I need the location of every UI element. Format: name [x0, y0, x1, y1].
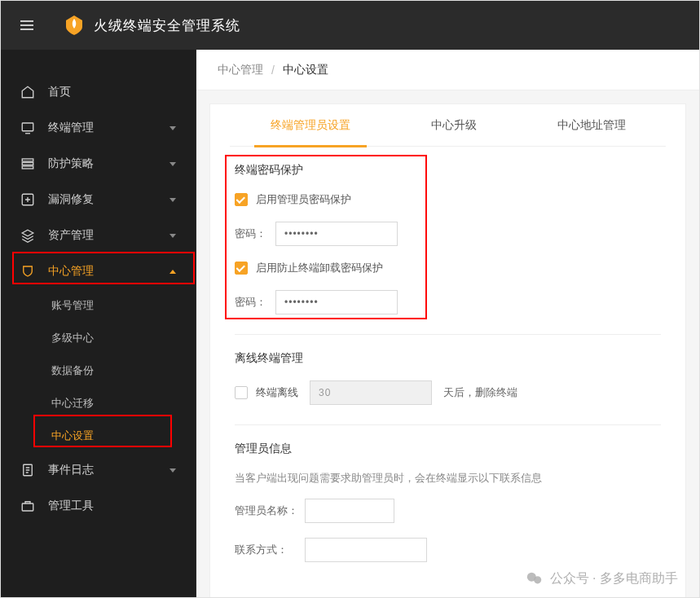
chevron-down-icon: [169, 468, 176, 473]
svg-rect-6: [22, 503, 33, 511]
tab-center-upgrade[interactable]: 中心升级: [415, 104, 493, 147]
section-title: 管理员信息: [235, 442, 661, 456]
chevron-down-icon: [169, 126, 176, 130]
offline-days-input[interactable]: [310, 380, 432, 405]
sidebar-subitem-label: 多级中心: [51, 331, 94, 345]
checkbox-label: 启用管理员密码保护: [256, 192, 351, 207]
home-icon: [20, 85, 35, 99]
svg-rect-0: [22, 123, 33, 131]
chevron-up-icon: [169, 270, 176, 274]
sidebar-item-center-mgmt[interactable]: 中心管理: [1, 253, 196, 289]
sidebar-subitem-label: 中心迁移: [51, 396, 94, 411]
trailing-label: 天后，删除终端: [443, 385, 517, 400]
section-offline-mgmt: 离线终端管理 终端离线 天后，删除终端: [230, 335, 666, 425]
admin-name-input[interactable]: [305, 499, 394, 523]
tabs: 终端管理员设置 中心升级 中心地址管理: [230, 104, 666, 147]
breadcrumb-separator: /: [271, 64, 275, 77]
sidebar-item-protection-policy[interactable]: 防护策略: [1, 146, 196, 182]
field-label: 密码：: [235, 295, 275, 310]
toolbox-icon: [20, 499, 35, 513]
offline-delete-checkbox[interactable]: [235, 386, 248, 399]
chevron-down-icon: [169, 234, 176, 238]
sidebar-subitem-center-settings[interactable]: 中心设置: [1, 420, 196, 452]
content-card: 终端管理员设置 中心升级 中心地址管理 终端密码保护 启用管: [209, 103, 686, 598]
sidebar-item-vuln-fix[interactable]: 漏洞修复: [1, 182, 196, 218]
tab-terminal-admin-settings[interactable]: 终端管理员设置: [254, 104, 367, 147]
svg-point-8: [534, 576, 541, 583]
sidebar-item-label: 防护策略: [48, 156, 94, 171]
watermark: 公众号 · 多多电商助手: [526, 569, 678, 587]
sidebar-item-label: 事件日志: [48, 463, 94, 477]
sidebar: 首页 终端管理 防护策略 漏洞修复: [1, 50, 196, 598]
shield-icon: [20, 264, 35, 279]
uninstall-password-checkbox[interactable]: [235, 262, 248, 275]
breadcrumb-current: 中心设置: [283, 63, 328, 77]
svg-rect-3: [22, 166, 33, 169]
field-label: 密码：: [235, 226, 275, 241]
uninstall-password-input[interactable]: [275, 290, 398, 314]
sidebar-item-label: 中心管理: [48, 264, 94, 279]
sidebar-item-label: 漏洞修复: [48, 192, 94, 207]
sidebar-subitem-data-backup[interactable]: 数据备份: [1, 354, 196, 387]
monitor-icon: [20, 121, 35, 135]
breadcrumb-parent[interactable]: 中心管理: [218, 63, 263, 77]
sidebar-item-event-log[interactable]: 事件日志: [1, 452, 196, 488]
field-label: 管理员名称：: [235, 503, 305, 518]
section-admin-info: 管理员信息 当客户端出现问题需要求助管理员时，会在终端显示以下联系信息 管理员名…: [230, 425, 666, 562]
sidebar-item-label: 管理工具: [48, 499, 94, 513]
sidebar-subitem-label: 账号管理: [51, 298, 94, 313]
sidebar-subitem-multi-center[interactable]: 多级中心: [1, 322, 196, 354]
svg-rect-2: [22, 163, 33, 165]
checkbox-label: 终端离线: [256, 385, 298, 400]
chevron-down-icon: [169, 162, 176, 166]
chevron-down-icon: [169, 198, 176, 202]
tab-label: 中心升级: [431, 118, 477, 133]
sidebar-subitem-center-migrate[interactable]: 中心迁移: [1, 387, 196, 420]
breadcrumb: 中心管理 / 中心设置: [196, 50, 699, 90]
sidebar-item-terminal-mgmt[interactable]: 终端管理: [1, 110, 196, 146]
menu-toggle-button[interactable]: [11, 9, 43, 42]
admin-password-checkbox[interactable]: [235, 193, 248, 206]
sidebar-subitem-account-mgmt[interactable]: 账号管理: [1, 289, 196, 322]
sidebar-item-home[interactable]: 首页: [1, 74, 196, 110]
sidebar-item-label: 首页: [48, 85, 71, 99]
admin-contact-input[interactable]: [305, 538, 427, 562]
app-title: 火绒终端安全管理系统: [94, 16, 240, 35]
app-logo-icon: [63, 14, 86, 37]
layers-icon: [20, 228, 35, 243]
hamburger-icon: [20, 20, 33, 30]
app-body: 首页 终端管理 防护策略 漏洞修复: [1, 50, 699, 598]
sidebar-subitem-label: 中心设置: [51, 429, 94, 443]
sidebar-item-label: 终端管理: [48, 121, 94, 135]
watermark-text: 公众号 · 多多电商助手: [550, 570, 678, 587]
field-label: 联系方式：: [235, 543, 305, 557]
app-root: 火绒终端安全管理系统 首页 终端管理: [0, 0, 700, 598]
sidebar-item-mgmt-tools[interactable]: 管理工具: [1, 488, 196, 524]
sidebar-subitem-label: 数据备份: [51, 363, 94, 378]
clipboard-icon: [20, 463, 35, 477]
tab-label: 终端管理员设置: [271, 118, 350, 133]
help-text: 当客户端出现问题需要求助管理员时，会在终端显示以下联系信息: [235, 471, 661, 486]
tab-label: 中心地址管理: [557, 118, 626, 133]
main-area: 中心管理 / 中心设置 终端管理员设置 中心升级 中心地址管理: [196, 50, 699, 598]
sidebar-item-label: 资产管理: [48, 228, 94, 243]
section-title: 终端密码保护: [235, 163, 661, 178]
app-header: 火绒终端安全管理系统: [1, 1, 699, 50]
wechat-icon: [526, 569, 544, 587]
sidebar-item-asset-mgmt[interactable]: 资产管理: [1, 218, 196, 253]
stack-icon: [20, 156, 35, 171]
tab-center-address-mgmt[interactable]: 中心地址管理: [541, 104, 642, 147]
svg-rect-1: [22, 159, 33, 161]
admin-password-input[interactable]: [275, 222, 398, 246]
logo-area: 火绒终端安全管理系统: [63, 14, 240, 37]
checkbox-label: 启用防止终端卸载密码保护: [256, 261, 383, 275]
section-title: 离线终端管理: [235, 351, 661, 366]
section-password-protection: 终端密码保护 启用管理员密码保护 密码： 启用防止终端卸载密码保护: [230, 147, 666, 335]
plus-box-icon: [20, 192, 35, 207]
